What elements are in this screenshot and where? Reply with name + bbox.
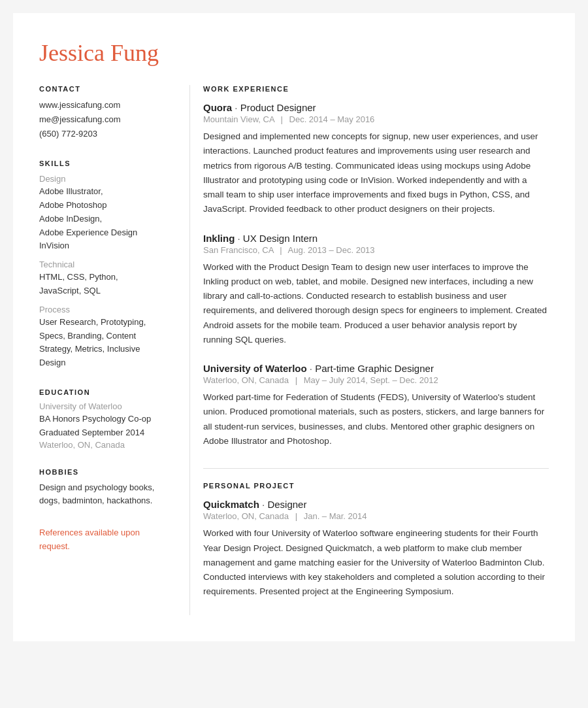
skills-technical-list: HTML, CSS, Python,JavaScript, SQL [39,271,170,298]
job-uwaterloo-title: University of Waterloo · Part-time Graph… [203,363,549,374]
project-title: PERSONAL PROJECT [203,468,549,490]
job-inkling-company: Inkling [203,233,235,244]
skills-process-list: User Research, Prototyping,Specs, Brandi… [39,316,170,370]
job-inkling-dates: Aug. 2013 – Dec. 2013 [288,245,375,255]
work-experience-title: WORK EXPERIENCE [203,85,549,93]
job-inkling-description: Worked with the Product Design Team to d… [203,260,549,348]
job-inkling-location: San Francisco, CA [203,245,274,255]
project-quickmatch-location: Waterloo, ON, Canada [203,511,289,521]
job-inkling-meta: San Francisco, CA | Aug. 2013 – Dec. 201… [203,245,549,255]
skills-design-category: Design [39,174,170,184]
job-uwaterloo-company: University of Waterloo [203,363,307,374]
job-inkling-title: Inkling · UX Design Intern [203,233,549,244]
job-inkling-separator: | [280,245,282,255]
hobbies-title: HOBBIES [39,468,170,476]
job-quora-description: Designed and implemented new concepts fo… [203,129,549,217]
contact-website: www.jessicafung.com [39,98,170,112]
contact-title: CONTACT [39,85,170,93]
job-quora: Quora · Product Designer Mountain View, … [203,102,549,217]
skills-title: SKILLS [39,160,170,167]
project-quickmatch: Quickmatch · Designer Waterloo, ON, Cana… [203,499,549,599]
left-column: CONTACT www.jessicafung.com me@jessicafu… [39,85,189,615]
hobbies-text: Design and psychology books, dogs, badmi… [39,481,170,509]
contact-phone: (650) 772-9203 [39,127,170,141]
job-quora-separator: | [281,114,283,124]
contact-list: www.jessicafung.com me@jessicafung.com (… [39,98,170,141]
references-text: References available upon request. [39,526,170,554]
project-quickmatch-meta: Waterloo, ON, Canada | Jan. – Mar. 2014 [203,511,549,521]
resume-header: Jessica Fung [39,39,549,67]
project-quickmatch-role: Designer [267,499,306,510]
project-quickmatch-description: Worked with four University of Waterloo … [203,526,549,599]
resume-container: Jessica Fung CONTACT www.jessicafung.com… [13,13,575,641]
project-quickmatch-separator: | [295,511,297,521]
job-uwaterloo: University of Waterloo · Part-time Graph… [203,363,549,448]
job-inkling-divider: · [238,233,243,244]
skills-design-list: Adobe Illustrator,Adobe PhotoshopAdobe I… [39,185,170,253]
job-quora-company: Quora [203,102,232,113]
job-quora-title: Quora · Product Designer [203,102,549,113]
job-quora-role: Product Designer [240,102,316,113]
job-inkling-role: UX Design Intern [243,233,318,244]
edu-school: University of Waterloo [39,401,170,411]
education-title: EDUCATION [39,388,170,396]
contact-email: me@jessicafung.com [39,112,170,127]
resume-body: CONTACT www.jessicafung.com me@jessicafu… [39,85,549,615]
job-quora-meta: Mountain View, CA | Dec. 2014 – May 2016 [203,114,549,124]
job-uwaterloo-role: Part-time Graphic Designer [315,363,434,374]
resume-name: Jessica Fung [39,39,549,67]
edu-location: Waterloo, ON, Canada [39,440,170,450]
edu-graduated: Graduated September 2014 [39,426,170,440]
job-uwaterloo-description: Worked part-time for Federation of Stude… [203,390,549,448]
job-uwaterloo-separator: | [295,375,297,385]
job-uwaterloo-meta: Waterloo, ON, Canada | May – July 2014, … [203,375,549,385]
job-uwaterloo-location: Waterloo, ON, Canada [203,375,289,385]
skills-technical-category: Technical [39,260,170,269]
right-column: WORK EXPERIENCE Quora · Product Designer… [189,85,549,615]
job-quora-dates: Dec. 2014 – May 2016 [289,114,375,124]
job-inkling: Inkling · UX Design Intern San Francisco… [203,233,549,348]
job-quora-divider: · [235,102,240,113]
project-quickmatch-title: Quickmatch · Designer [203,499,549,510]
skills-process-category: Process [39,305,170,314]
job-uwaterloo-divider: · [310,363,315,374]
job-quora-location: Mountain View, CA [203,114,274,124]
edu-degree: BA Honors Psychology Co-op [39,413,170,426]
job-uwaterloo-dates: May – July 2014, Sept. – Dec. 2012 [304,375,438,385]
project-quickmatch-dates: Jan. – Mar. 2014 [304,511,367,521]
project-quickmatch-company: Quickmatch [203,499,259,510]
